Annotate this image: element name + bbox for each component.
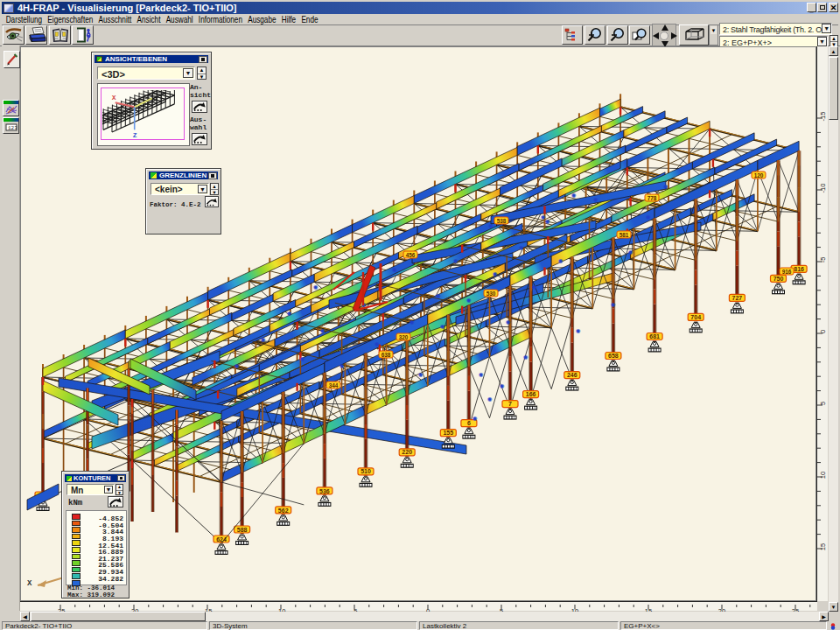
svg-text:✺: ✺ xyxy=(558,258,564,264)
svg-text:5: 5 xyxy=(819,402,827,405)
svg-text:✺: ✺ xyxy=(410,319,415,326)
svg-text:536: 536 xyxy=(319,488,330,494)
svg-text:581: 581 xyxy=(620,232,629,238)
svg-text:-10: -10 xyxy=(819,184,827,193)
svg-text:✺: ✺ xyxy=(313,284,318,290)
svg-text:✺: ✺ xyxy=(479,372,484,378)
svg-text:✺: ✺ xyxy=(532,284,537,290)
svg-text:✺: ✺ xyxy=(440,324,445,330)
svg-text:✺: ✺ xyxy=(234,363,240,369)
svg-text:✺: ✺ xyxy=(545,219,550,225)
svg-text:X: X xyxy=(112,94,116,102)
svg-text:✺: ✺ xyxy=(453,258,458,264)
svg-text:✺: ✺ xyxy=(287,311,292,317)
svg-text:✺: ✺ xyxy=(487,396,493,402)
svg-text:-15: -15 xyxy=(819,112,827,122)
svg-text:588: 588 xyxy=(237,527,248,533)
svg-text:15: 15 xyxy=(819,543,827,550)
svg-text:530: 530 xyxy=(486,290,496,297)
svg-text:✺: ✺ xyxy=(523,354,528,360)
svg-text:562: 562 xyxy=(278,508,289,514)
svg-text:816: 816 xyxy=(794,266,804,272)
svg-text:✺: ✺ xyxy=(466,298,472,304)
svg-text:750: 750 xyxy=(774,276,784,282)
svg-text:10: 10 xyxy=(819,472,827,479)
svg-text:✺: ✺ xyxy=(300,356,305,362)
svg-text:✺: ✺ xyxy=(488,223,494,229)
svg-text:344: 344 xyxy=(329,382,339,388)
svg-text:7: 7 xyxy=(508,401,512,407)
svg-text:✺: ✺ xyxy=(340,363,345,369)
svg-text:704: 704 xyxy=(690,314,701,320)
svg-text:✺: ✺ xyxy=(593,197,598,203)
svg-text:320: 320 xyxy=(399,334,409,340)
svg-text:✺: ✺ xyxy=(646,214,651,220)
svg-text:155: 155 xyxy=(443,430,453,436)
svg-text:6: 6 xyxy=(467,420,471,426)
svg-text:✺: ✺ xyxy=(519,245,524,251)
svg-text:✺: ✺ xyxy=(374,341,380,347)
svg-text:✺: ✺ xyxy=(436,293,441,299)
svg-text:727: 727 xyxy=(732,295,743,301)
svg-text:✺: ✺ xyxy=(500,383,505,389)
svg-text:✺: ✺ xyxy=(392,267,397,273)
svg-text:916: 916 xyxy=(782,269,792,275)
svg-text:658: 658 xyxy=(608,353,619,359)
svg-text:166: 166 xyxy=(526,391,536,397)
svg-text:✺: ✺ xyxy=(261,337,266,343)
svg-text:538: 538 xyxy=(497,218,507,224)
svg-text:220: 220 xyxy=(402,449,412,455)
svg-text:0: 0 xyxy=(819,330,827,333)
svg-text:✺: ✺ xyxy=(576,328,581,334)
svg-text:638: 638 xyxy=(382,352,391,358)
svg-text:✺: ✺ xyxy=(571,192,577,199)
svg-text:-5: -5 xyxy=(819,257,827,263)
svg-text:✺: ✺ xyxy=(493,271,498,277)
svg-text:✺: ✺ xyxy=(418,372,424,378)
svg-text:778: 778 xyxy=(648,195,657,201)
svg-text:✺: ✺ xyxy=(611,302,616,308)
svg-text:✺: ✺ xyxy=(320,328,326,334)
svg-text:123: 123 xyxy=(8,125,18,131)
svg-text:Z: Z xyxy=(133,131,137,137)
svg-text:510: 510 xyxy=(360,468,371,474)
svg-text:120: 120 xyxy=(754,172,764,178)
svg-text:681: 681 xyxy=(649,333,660,340)
svg-text:246: 246 xyxy=(567,372,578,378)
svg-text:✺: ✺ xyxy=(506,319,511,326)
svg-text:✺: ✺ xyxy=(663,184,668,190)
svg-text:✺: ✺ xyxy=(472,416,478,422)
svg-text:✺: ✺ xyxy=(628,249,634,256)
svg-text:456: 456 xyxy=(406,252,416,258)
svg-text:X: X xyxy=(27,579,32,588)
